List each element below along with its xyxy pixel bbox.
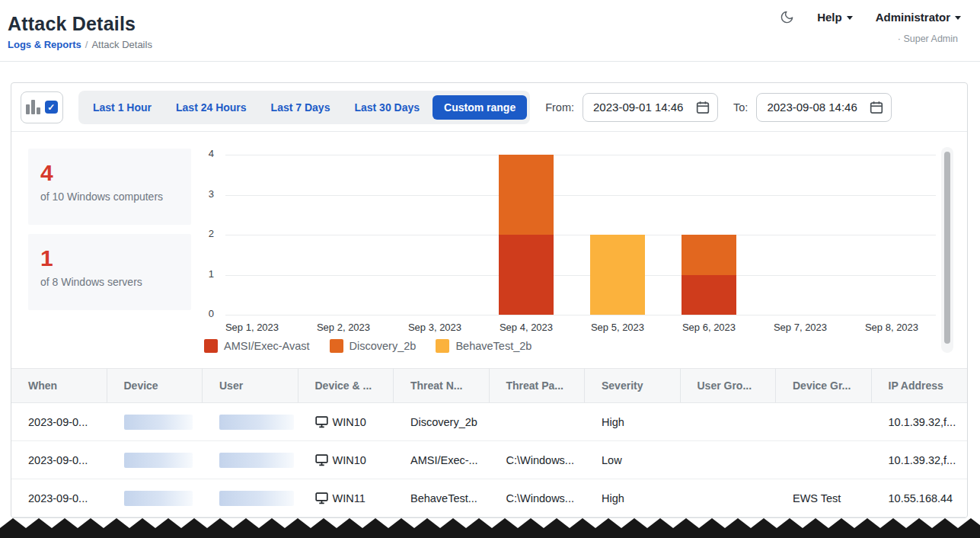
time-range-selector: Last 1 HourLast 24 HoursLast 7 DaysLast …: [78, 91, 530, 124]
bar-sep-4-2023[interactable]: [499, 155, 554, 315]
chart-visibility-checkbox[interactable]: [45, 101, 58, 114]
table-row[interactable]: 2023-09-0...WIN11BehaveTest...C:\Windows…: [11, 479, 967, 517]
gridline: [225, 155, 936, 155]
cell-ip-address: 10.55.168.44: [872, 479, 968, 517]
column-header-severity[interactable]: Severity: [585, 369, 681, 402]
torn-edge-decoration: [0, 517, 980, 538]
legend-amsi-exec-avast[interactable]: AMSI/Exec-Avast: [204, 339, 310, 353]
from-date-input[interactable]: 2023-09-01 14:46: [583, 93, 718, 122]
column-header-device[interactable]: Device: [107, 369, 203, 402]
cell-severity: Low: [585, 441, 681, 479]
y-axis-tick: 0: [191, 308, 214, 319]
breadcrumb-separator: /: [85, 39, 88, 50]
to-date-value: 2023-09-08 14:46: [767, 101, 857, 114]
attack-details-panel: Last 1 HourLast 24 HoursLast 7 DaysLast …: [11, 82, 968, 518]
column-header-device[interactable]: Device & ...: [298, 369, 394, 402]
cell-threat-path: C:\Windows...: [490, 441, 586, 479]
legend-discovery-2b[interactable]: Discovery_2b: [330, 339, 417, 353]
column-header-user[interactable]: User: [203, 369, 298, 402]
cell-threat-path: [490, 403, 586, 440]
bar-sep-6-2023[interactable]: [682, 235, 736, 315]
cell-device: [107, 403, 203, 440]
x-axis-label: Sep 3, 2023: [389, 322, 480, 333]
cell-device-group: [776, 403, 872, 440]
cell-when: 2023-09-0...: [11, 479, 107, 517]
cell-user: [203, 479, 298, 517]
x-axis-label: Sep 5, 2023: [572, 322, 663, 333]
legend-behavetest-2b[interactable]: BehaveTest_2b: [436, 339, 531, 353]
cell-when: 2023-09-0...: [11, 441, 107, 479]
monitor-icon: [315, 492, 328, 504]
monitor-icon: [315, 454, 328, 466]
bar-segment-discovery-2b[interactable]: [682, 235, 736, 275]
cell-user: [203, 403, 298, 440]
legend-label: AMSI/Exec-Avast: [224, 340, 310, 352]
bar-segment-amsi-exec-avast[interactable]: [682, 275, 736, 315]
cell-ip-address: 10.1.39.32,f...: [872, 403, 968, 440]
bar-sep-5-2023[interactable]: [590, 235, 645, 315]
redacted-user: [219, 491, 294, 506]
chevron-down-icon: [955, 16, 961, 20]
table-row[interactable]: 2023-09-0...WIN10AMSI/Exec-...C:\Windows…: [11, 441, 967, 479]
legend-swatch: [204, 339, 218, 353]
device-type-label: WIN11: [333, 492, 366, 504]
cell-severity: High: [585, 479, 681, 517]
account-menu-label: Administrator: [876, 11, 950, 24]
computers-affected-count: 4: [40, 161, 179, 185]
servers-stat-card: 1 of 8 Windows servers: [28, 234, 191, 310]
x-axis-label: Sep 2, 2023: [298, 322, 389, 333]
y-axis-tick: 2: [191, 228, 214, 239]
computers-affected-label: of 10 Windows computers: [40, 191, 179, 203]
gridline: [225, 235, 936, 235]
column-header-ip-address[interactable]: IP Address: [872, 369, 968, 402]
table-row[interactable]: 2023-09-0...WIN10Discovery_2bHigh10.1.39…: [11, 403, 967, 441]
from-label: From:: [545, 101, 574, 114]
range-last-1-hour[interactable]: Last 1 Hour: [81, 95, 163, 120]
column-header-when[interactable]: When: [11, 369, 107, 402]
account-role: · Super Admin: [898, 34, 958, 44]
cell-device-group: EWS Test: [776, 479, 872, 517]
servers-affected-count: 1: [40, 246, 179, 271]
cell-threat-name: AMSI/Exec-...: [394, 441, 490, 479]
redacted-user: [219, 453, 294, 468]
x-axis-label: Sep 6, 2023: [663, 322, 755, 333]
to-date-input[interactable]: 2023-09-08 14:46: [756, 93, 892, 122]
cell-device-type: WIN10: [298, 441, 394, 479]
column-header-user-gro[interactable]: User Gro...: [681, 369, 777, 402]
account-menu[interactable]: Administrator: [876, 11, 961, 24]
breadcrumb-logs-reports[interactable]: Logs & Reports: [8, 39, 81, 50]
bar-segment-behavetest-2b[interactable]: [590, 235, 645, 315]
range-last-24-hours[interactable]: Last 24 Hours: [164, 95, 258, 120]
chart-legend: AMSI/Exec-AvastDiscovery_2bBehaveTest_2b: [204, 339, 531, 353]
gridline: [225, 195, 936, 196]
column-header-threat-n[interactable]: Threat N...: [394, 369, 490, 402]
cell-user-group: [681, 479, 777, 517]
chart-toggle-button[interactable]: [21, 91, 63, 123]
legend-swatch: [330, 339, 343, 353]
range-custom-range[interactable]: Custom range: [433, 95, 527, 120]
legend-label: Discovery_2b: [350, 340, 417, 352]
dark-mode-moon-icon[interactable]: [780, 10, 794, 24]
events-table-body: 2023-09-0...WIN10Discovery_2bHigh10.1.39…: [11, 403, 967, 517]
from-date-group: From: 2023-09-01 14:46: [545, 93, 718, 122]
column-header-threat-pa[interactable]: Threat Pa...: [490, 369, 586, 402]
chart-scrollbar[interactable]: [941, 147, 953, 353]
redacted-device: [124, 491, 193, 506]
range-last-30-days[interactable]: Last 30 Days: [343, 95, 431, 120]
computers-stat-card: 4 of 10 Windows computers: [28, 149, 191, 225]
range-last-7-days[interactable]: Last 7 Days: [260, 95, 342, 120]
x-axis-label: Sep 8, 2023: [846, 322, 937, 333]
calendar-icon[interactable]: [870, 101, 883, 114]
y-axis-tick: 1: [191, 268, 214, 280]
to-label: To:: [733, 101, 748, 114]
gridline: [225, 315, 936, 315]
calendar-icon[interactable]: [696, 101, 710, 114]
help-menu[interactable]: Help: [817, 11, 853, 24]
events-table-header: WhenDeviceUserDevice & ...Threat N...Thr…: [11, 368, 967, 403]
chart-scrollbar-thumb[interactable]: [944, 152, 950, 344]
cell-device: [107, 479, 203, 517]
column-header-device-gr[interactable]: Device Gr...: [776, 369, 872, 402]
bar-segment-amsi-exec-avast[interactable]: [499, 235, 554, 315]
cell-threat-path: C:\Windows...: [490, 479, 586, 517]
bar-segment-discovery-2b[interactable]: [499, 155, 554, 235]
